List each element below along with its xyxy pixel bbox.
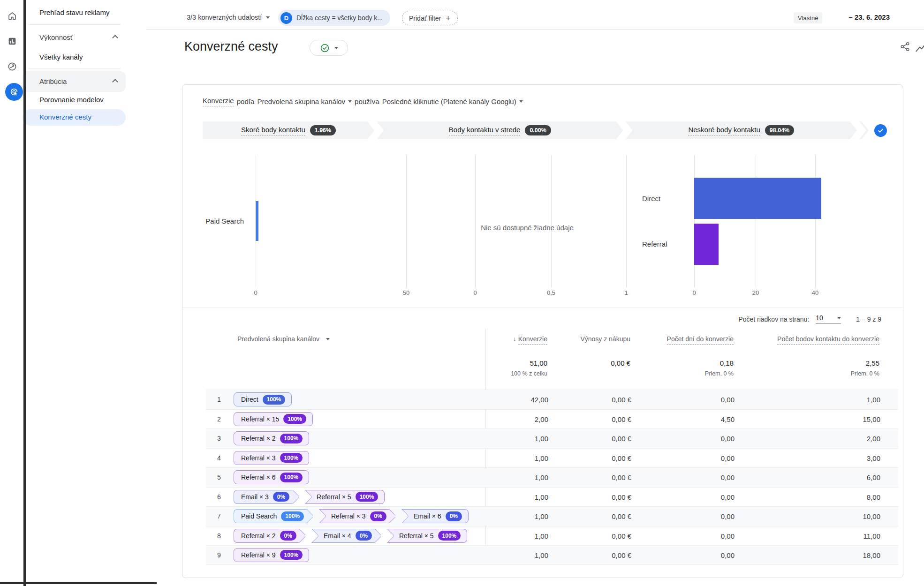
table-rows: 1Direct100%42,000,00 €0,001,002Referral … bbox=[206, 390, 898, 565]
gridline bbox=[406, 155, 407, 287]
sidebar-item-conversion-paths[interactable]: Konverzné cesty bbox=[23, 109, 126, 126]
channel-chip-paid[interactable]: Paid Search100% bbox=[234, 509, 307, 523]
axis-tick: 40 bbox=[801, 289, 829, 296]
column-header-touchpoints-to-conversion[interactable]: Počet bodov kontaktu do konverzie bbox=[777, 335, 879, 343]
segment-early-touchpoints[interactable]: Skoré body kontaktu 1.96% bbox=[203, 121, 374, 139]
table-row: 8Referral × 20%Email × 40%Referral × 510… bbox=[206, 526, 898, 546]
channel-chip-email[interactable]: Email × 40% bbox=[312, 529, 375, 543]
dimension-header-dropdown[interactable]: Predvolená skupina kanálov bbox=[237, 335, 330, 343]
metric-cell: 1,00 bbox=[535, 512, 548, 520]
segment-mid-touchpoints[interactable]: Body kontaktu v strede 0.00% bbox=[377, 121, 623, 139]
channel-chip-referral[interactable]: Referral × 5100% bbox=[387, 529, 467, 543]
chip-label: Referral × 15 bbox=[241, 415, 279, 423]
sidebar-section-attribution[interactable]: Atribúcia bbox=[39, 77, 67, 85]
column-header-conversions[interactable]: ↓Konverzie bbox=[513, 335, 547, 343]
channel-chip-referral[interactable]: Referral × 5100% bbox=[305, 490, 385, 504]
explore-icon[interactable] bbox=[7, 61, 17, 72]
channel-chip-email[interactable]: Email × 30% bbox=[234, 490, 293, 504]
metric-cell: 0,00 € bbox=[612, 473, 631, 481]
metric-cell: 0,00 bbox=[721, 512, 735, 520]
channel-chip-referral[interactable]: Referral × 2100% bbox=[234, 431, 309, 445]
gridline bbox=[551, 155, 552, 287]
chevron-down-icon[interactable] bbox=[348, 100, 352, 103]
metric-cell: 1,00 bbox=[535, 473, 548, 481]
channel-chip-referral[interactable]: Referral × 30% bbox=[319, 509, 390, 523]
report-technique-line: Konverzie podľa Predvolená skupina kanál… bbox=[203, 97, 523, 106]
insights-icon[interactable] bbox=[915, 40, 924, 53]
segment-late-touchpoints[interactable]: Neskoré body kontaktu 98.04% bbox=[626, 121, 857, 139]
row-number: 4 bbox=[214, 454, 224, 462]
sidebar-section-performance[interactable]: Výkonnosť bbox=[39, 33, 73, 41]
table-row: 3Referral × 2100%1,000,00 €0,002,00 bbox=[206, 428, 898, 448]
rows-per-page-select[interactable]: 10 bbox=[816, 314, 841, 324]
chip-label: Referral × 2 bbox=[241, 532, 276, 540]
date-range-picker[interactable]: – 23. 6. 2023 bbox=[848, 13, 890, 21]
channel-path: Referral × 2100% bbox=[234, 431, 309, 445]
channel-chip-direct[interactable]: Direct100% bbox=[234, 392, 292, 406]
table-row: 1Direct100%42,000,00 €0,001,00 bbox=[206, 390, 898, 409]
metric-cell: 0,00 € bbox=[612, 454, 631, 462]
credit-percent-badge: 100% bbox=[281, 511, 304, 521]
paid-search-bar[interactable] bbox=[256, 201, 258, 241]
sidebar-item-all-channels[interactable]: Všetky kanály bbox=[39, 53, 83, 61]
path-length-filter-chip[interactable]: D Dĺžka cesty = všetky body k... bbox=[278, 10, 390, 26]
chevron-up-icon[interactable] bbox=[112, 35, 118, 41]
column-header-revenue[interactable]: Výnosy z nákupu bbox=[580, 335, 630, 343]
metric-cell: 8,00 bbox=[867, 493, 880, 501]
chevron-down-icon bbox=[266, 16, 270, 19]
report-card: Konverzie podľa Predvolená skupina kanál… bbox=[182, 84, 903, 578]
referral-bar[interactable] bbox=[694, 224, 719, 265]
metric-cell: 0,00 € bbox=[612, 551, 631, 559]
channel-chip-referral[interactable]: Referral × 9100% bbox=[234, 548, 309, 562]
row-number: 5 bbox=[214, 473, 224, 481]
channel-chip-referral[interactable]: Referral × 15100% bbox=[234, 412, 313, 426]
metric-cell: 1,00 bbox=[535, 435, 548, 443]
sidebar-item-model-comparison[interactable]: Porovnanie modelov bbox=[39, 96, 104, 104]
axis-tick: 0 bbox=[680, 289, 708, 296]
channel-path: Referral × 3100% bbox=[234, 451, 309, 465]
metric-cell: 11,00 bbox=[863, 532, 880, 540]
channel-path: Referral × 9100% bbox=[234, 548, 309, 562]
conversions-term[interactable]: Konverzie bbox=[203, 97, 234, 106]
channel-chip-referral[interactable]: Referral × 20% bbox=[234, 529, 300, 543]
metric-cell: 0,00 € bbox=[612, 493, 631, 501]
gridline bbox=[815, 155, 816, 287]
sidebar-item-advertising-overview[interactable]: Prehľad stavu reklamy bbox=[39, 8, 109, 16]
attribution-model-dropdown[interactable]: Posledné kliknutie (Platené kanály Googl… bbox=[382, 98, 516, 105]
direct-bar[interactable] bbox=[694, 178, 821, 219]
metric-cell: 1,00 bbox=[535, 551, 548, 559]
conversion-events-dropdown[interactable]: 3/3 konverzných udalostí bbox=[187, 14, 270, 21]
credit-percent-badge: 0% bbox=[273, 492, 289, 502]
channel-path: Referral × 15100% bbox=[234, 412, 313, 426]
chip-label: Referral × 3 bbox=[241, 454, 276, 462]
chevron-down-icon[interactable] bbox=[519, 100, 523, 103]
channel-chip-email[interactable]: Email × 60% bbox=[402, 509, 469, 523]
table-row: 2Referral × 15100%2,000,00 €4,5015,00 bbox=[206, 409, 898, 429]
chip-label: Referral × 5 bbox=[317, 493, 351, 501]
metric-cell: 1,00 bbox=[535, 532, 548, 540]
row-number: 7 bbox=[214, 512, 224, 520]
row-number: 3 bbox=[214, 435, 224, 442]
reports-icon[interactable] bbox=[7, 36, 17, 46]
share-icon[interactable] bbox=[900, 41, 910, 52]
row-number: 6 bbox=[214, 493, 224, 501]
add-filter-button[interactable]: Pridať filter+ bbox=[402, 11, 458, 25]
page-title: Konverzné cesty bbox=[184, 39, 278, 54]
metric-cell: 0,00 bbox=[721, 435, 735, 443]
metric-cell: 18,00 bbox=[863, 551, 880, 559]
data-quality-dropdown[interactable] bbox=[310, 40, 348, 56]
channel-chip-referral[interactable]: Referral × 3100% bbox=[234, 451, 309, 465]
column-header-days-to-conversion[interactable]: Počet dní do konverzie bbox=[667, 335, 734, 343]
home-icon[interactable] bbox=[7, 11, 17, 21]
dimension-dropdown[interactable]: Predvolená skupina kanálov bbox=[257, 98, 345, 105]
row-number: 2 bbox=[214, 415, 224, 423]
date-range-type-badge: Vlastné bbox=[794, 12, 822, 23]
metric-cell: 1,00 bbox=[535, 454, 548, 462]
channel-chip-referral[interactable]: Referral × 6100% bbox=[234, 470, 309, 484]
segment-value-badge: 1.96% bbox=[310, 125, 336, 135]
metric-cell: 4,50 bbox=[721, 415, 735, 423]
report-sidebar: Prehľad stavu reklamy Výkonnosť Všetky k… bbox=[21, 0, 128, 586]
sidebar-divider bbox=[28, 24, 121, 25]
row-number: 1 bbox=[214, 396, 224, 403]
chip-label: Email × 3 bbox=[241, 493, 269, 501]
